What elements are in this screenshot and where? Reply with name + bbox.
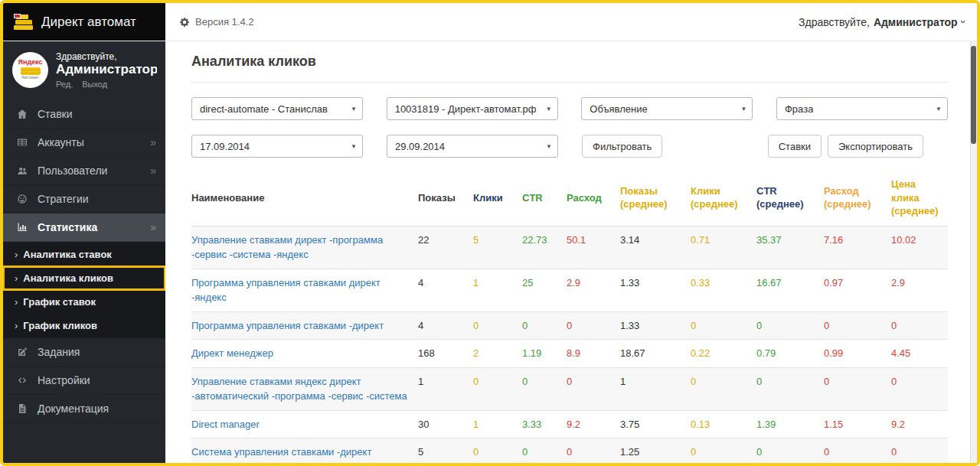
sidebar-item-zadaniya[interactable]: Задания — [3, 338, 165, 367]
profile-greeting: Здравствуйте, — [56, 51, 157, 62]
table-row: Система управления ставками -директ50001… — [191, 438, 948, 463]
sidebar-item-stavki[interactable]: Ставки — [3, 100, 165, 129]
column-header-1[interactable]: Показы — [418, 173, 473, 226]
scrollbar-track[interactable] — [970, 41, 977, 463]
submenu-label: График ставок — [23, 296, 96, 308]
row-cell: 0.97 — [824, 269, 891, 311]
export-button[interactable]: Экспортировать — [828, 135, 923, 158]
chevron-down-icon: ▼ — [546, 106, 552, 112]
sidebar-item-label: Статистика — [38, 221, 150, 233]
row-cell: 2.9 — [567, 269, 620, 311]
sidebar-item-grafik-klikov[interactable]: › График кликов — [3, 314, 165, 337]
row-cell: 1.15 — [824, 410, 891, 438]
chevron-down-icon: ▼ — [936, 106, 942, 112]
column-header-4[interactable]: Расход — [567, 173, 620, 226]
row-cell: 0 — [567, 438, 620, 463]
filter-row-1: direct-automate - Станислав ▼ 10031819 -… — [191, 97, 948, 120]
row-cell: 0 — [824, 311, 891, 340]
home-icon — [14, 109, 31, 119]
column-header-9[interactable]: Цена клика (среднее) — [891, 173, 948, 226]
user-name: Администратор — [874, 16, 958, 28]
column-header-3[interactable]: CTR — [522, 173, 567, 226]
chevron-down-icon: ▼ — [546, 143, 552, 150]
code-icon — [14, 375, 31, 386]
row-cell: 4 — [418, 269, 473, 311]
row-cell: 0 — [473, 438, 522, 463]
sidebar-item-label: Аккаунты — [38, 136, 150, 148]
table-icon — [14, 137, 31, 148]
date-to-select[interactable]: 29.09.2014 ▼ — [387, 135, 558, 158]
row-name-link[interactable]: Программа управления ставками -директ — [191, 311, 418, 340]
account-select[interactable]: direct-automate - Станислав ▼ — [191, 97, 363, 120]
row-cell: 22.73 — [522, 226, 567, 269]
row-cell: 0.22 — [691, 340, 756, 368]
sidebar-item-polzovateli[interactable]: Пользователи » — [3, 157, 165, 185]
chevron-right-icon: › — [15, 296, 18, 308]
row-cell: 1 — [620, 367, 691, 410]
column-header-0[interactable]: Наименование — [191, 173, 418, 226]
rates-button[interactable]: Ставки — [768, 135, 822, 158]
row-cell: 8.9 — [567, 340, 620, 368]
column-header-6[interactable]: Клики (среднее) — [691, 173, 756, 226]
sidebar-item-analitika-stavok[interactable]: › Аналитика ставок — [3, 243, 165, 266]
avatar-books-icon — [21, 67, 41, 75]
phrase-select[interactable]: Фраза ▼ — [776, 97, 948, 120]
filter-row-2: 17.09.2014 ▼ 29.09.2014 ▼ Фильтровать Ст… — [191, 135, 948, 158]
campaign-select[interactable]: 10031819 - Директ-автомат.рф ▼ — [387, 97, 558, 120]
sidebar-item-dokumentaciya[interactable]: Документация — [3, 395, 165, 423]
scrollbar-thumb[interactable] — [971, 46, 976, 144]
sidebar-item-label: Пользователи — [38, 165, 150, 177]
sidebar-item-label: Настройки — [38, 374, 156, 386]
statistics-submenu: › Аналитика ставок › Аналитика кликов › … — [3, 242, 165, 338]
sidebar-item-statistika[interactable]: Статистика » — [3, 213, 165, 242]
row-name-link[interactable]: Управление ставками директ -программа -с… — [191, 226, 418, 269]
row-name-link[interactable]: Директ менеджер — [191, 340, 418, 368]
filter-button[interactable]: Фильтровать — [582, 135, 662, 158]
user-menu[interactable]: Здравствуйте, Администратор › — [799, 3, 977, 41]
column-header-7[interactable]: CTR (среднее) — [756, 173, 824, 226]
row-cell: 50.1 — [567, 226, 620, 269]
row-cell: 1 — [418, 367, 473, 410]
version-label: Версия 1.4.2 — [179, 3, 253, 41]
sidebar-item-grafik-stavok[interactable]: › График ставок — [3, 290, 165, 314]
sidebar-item-label: Ставки — [38, 108, 156, 120]
row-name-link[interactable]: Система управления ставками -директ — [191, 438, 418, 463]
sidebar-item-analitika-klikov[interactable]: › Аналитика кликов — [3, 266, 165, 290]
row-cell: 9.2 — [891, 410, 948, 438]
sidebar-item-strategii[interactable]: Стратегии — [3, 185, 165, 213]
row-cell: 1.25 — [620, 438, 691, 463]
row-name-link[interactable]: Direct manager — [191, 410, 418, 438]
avatar-brand-text: Яндекс — [18, 59, 42, 67]
table-row: Управление ставками директ -программа -с… — [191, 226, 948, 269]
sidebar-item-nastroyki[interactable]: Настройки — [3, 367, 165, 395]
app-window: { "colors": { "frame-yellow": "#f6ce1a",… — [0, 0, 980, 466]
brand[interactable]: Директ автомат — [3, 3, 165, 41]
ad-select[interactable]: Объявление ▼ — [581, 97, 753, 120]
row-cell: 0.79 — [756, 340, 824, 368]
row-cell: 0.13 — [691, 410, 756, 438]
logout-link[interactable]: Выход — [82, 80, 107, 89]
row-name-link[interactable]: Управление ставками яндекс директ -автом… — [191, 367, 418, 410]
row-cell: 1 — [473, 410, 522, 438]
row-cell: 0 — [567, 367, 620, 410]
row-cell: 0 — [756, 438, 824, 463]
column-header-8[interactable]: Расход (среднее) — [824, 173, 891, 226]
row-cell: 35.37 — [756, 226, 824, 269]
row-cell: 0.71 — [691, 226, 756, 269]
profile-panel: Яндекс Автомат Здравствуйте, Администрат… — [3, 41, 165, 99]
edit-profile-link[interactable]: Ред. — [56, 80, 73, 89]
row-name-link[interactable]: Программа управления ставками директ -ян… — [191, 269, 418, 311]
column-header-5[interactable]: Показы (среднее) — [620, 173, 691, 226]
sidebar-item-akkaunty[interactable]: Аккаунты » — [3, 129, 165, 157]
edit-icon — [14, 347, 31, 357]
row-cell: 25 — [522, 269, 567, 311]
brand-logo-icon — [12, 12, 34, 32]
stats-table: НаименованиеПоказыКликиCTRРасходПоказы (… — [191, 173, 948, 463]
row-cell: 0 — [691, 367, 756, 410]
column-header-2[interactable]: Клики — [473, 173, 522, 226]
row-cell: 0 — [522, 367, 567, 410]
submenu-label: Аналитика кликов — [23, 272, 113, 284]
date-from-select[interactable]: 17.09.2014 ▼ — [191, 135, 363, 158]
row-cell: 7.16 — [824, 226, 891, 269]
row-cell: 1.33 — [620, 269, 691, 311]
